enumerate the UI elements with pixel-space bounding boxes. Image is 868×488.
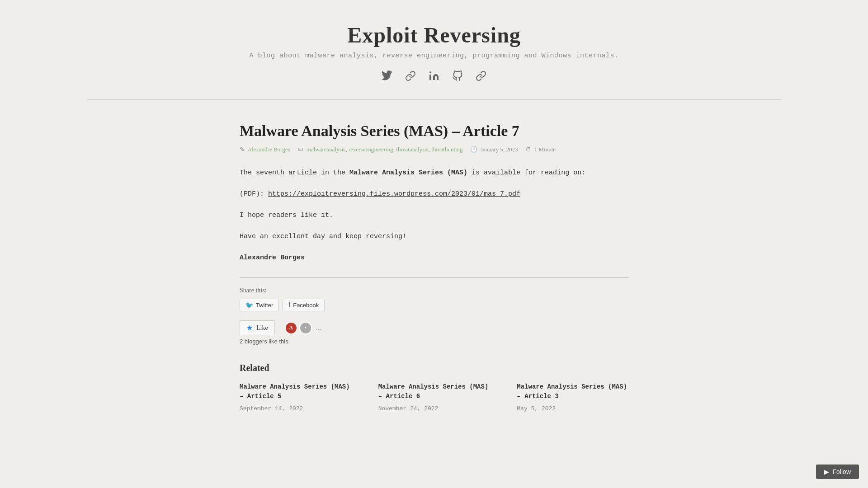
read-time: 1 Minute xyxy=(534,146,556,153)
related-post-2-title[interactable]: Malware Analysis Series (MAS) – Article … xyxy=(517,382,628,401)
follow-widget[interactable]: ▶ Follow xyxy=(816,465,859,479)
blogger-avatars: A • … xyxy=(285,322,321,334)
tag-threatanalysis[interactable]: threatanalysis xyxy=(396,146,428,153)
follow-icon: ▶ xyxy=(824,468,829,475)
related-section: Related Malware Analysis Series (MAS) – … xyxy=(240,363,628,412)
linkedin-icon xyxy=(429,70,439,81)
share-buttons: 🐦 Twitter f Facebook xyxy=(240,299,628,311)
mas-series-text: Malware Analysis Series (MAS) xyxy=(349,169,467,177)
site-title: Exploit Reversing xyxy=(9,23,859,47)
nav-icons xyxy=(9,70,859,90)
twitter-btn-icon: 🐦 xyxy=(245,301,253,309)
author-sig-text: Alexandre Borges xyxy=(240,254,305,262)
related-post-0: Malware Analysis Series (MAS) – Article … xyxy=(240,382,351,412)
like-star-icon: ★ xyxy=(246,324,253,332)
author-signature: Alexandre Borges xyxy=(240,252,628,264)
avatar-1: A xyxy=(285,322,297,334)
author-link[interactable]: Alexandre Borges xyxy=(248,146,290,153)
like-section: ★ Like A • … 2 bloggers like this. xyxy=(240,320,628,345)
pdf-label: (PDF): xyxy=(240,190,268,198)
post-meta: ✎ Alexandre Borges 🏷 malwareanalysis, re… xyxy=(240,146,628,153)
linkedin-nav-link[interactable] xyxy=(429,70,439,81)
avatar-2: • xyxy=(299,322,312,334)
tag-threathunting[interactable]: threathunting xyxy=(431,146,462,153)
related-post-2: Malware Analysis Series (MAS) – Article … xyxy=(517,382,628,412)
body-text-1: The seventh article in the xyxy=(240,169,349,177)
body-paragraph-pdf: (PDF): https://exploitreversing.files.wo… xyxy=(240,188,628,200)
twitter-share-button[interactable]: 🐦 Twitter xyxy=(240,299,279,311)
bloggers-count-text: 2 bloggers like this. xyxy=(240,338,628,345)
related-post-0-date: September 14, 2022 xyxy=(240,405,303,412)
header-divider xyxy=(87,99,781,100)
date-meta: 🕐 January 5, 2023 xyxy=(470,146,518,153)
time-icon: ⏱ xyxy=(525,146,531,153)
author-meta: ✎ Alexandre Borges xyxy=(240,146,290,153)
post-date: January 5, 2023 xyxy=(481,146,518,153)
tags-meta: 🏷 malwareanalysis, reverseengineering, t… xyxy=(297,146,463,153)
post-body: The seventh article in the Malware Analy… xyxy=(240,167,628,264)
twitter-btn-label: Twitter xyxy=(256,302,273,309)
facebook-btn-label: Facebook xyxy=(293,302,319,309)
link1-icon xyxy=(405,70,416,81)
related-post-1-title[interactable]: Malware Analysis Series (MAS) – Article … xyxy=(378,382,490,401)
site-description: A blog about malware analysis, reverse e… xyxy=(9,52,859,60)
pdf-url-link[interactable]: https://exploitreversing.files.wordpress… xyxy=(268,190,520,198)
github-icon xyxy=(452,70,463,81)
like-button[interactable]: ★ Like xyxy=(240,320,275,335)
more-indicator: … xyxy=(316,324,321,332)
related-post-1: Malware Analysis Series (MAS) – Article … xyxy=(378,382,490,412)
tag-icon: 🏷 xyxy=(297,146,303,153)
body-paragraph-1: The seventh article in the Malware Analy… xyxy=(240,167,628,179)
body-paragraph-4: Have an excellent day and keep reversing… xyxy=(240,230,628,243)
github-nav-link[interactable] xyxy=(452,70,463,81)
follow-label: Follow xyxy=(833,468,851,475)
related-title: Related xyxy=(240,363,628,373)
link2-icon xyxy=(476,70,486,81)
share-label: Share this: xyxy=(240,287,628,294)
facebook-share-button[interactable]: f Facebook xyxy=(283,299,325,311)
related-post-2-date: May 5, 2022 xyxy=(517,405,556,412)
related-posts: Malware Analysis Series (MAS) – Article … xyxy=(240,382,628,412)
tag-reverseengineering[interactable]: reverseengineering xyxy=(349,146,393,153)
related-post-0-title[interactable]: Malware Analysis Series (MAS) – Article … xyxy=(240,382,351,401)
related-post-1-date: November 24, 2022 xyxy=(378,405,439,412)
facebook-btn-icon: f xyxy=(288,301,290,309)
main-content: Malware Analysis Series (MAS) – Article … xyxy=(231,122,637,412)
post-title: Malware Analysis Series (MAS) – Article … xyxy=(240,122,628,140)
readtime-meta: ⏱ 1 Minute xyxy=(525,146,556,153)
twitter-icon xyxy=(382,70,392,81)
like-label: Like xyxy=(256,324,268,332)
site-header: Exploit Reversing A blog about malware a… xyxy=(0,0,868,99)
share-section: Share this: 🐦 Twitter f Facebook xyxy=(240,287,628,311)
link2-nav-link[interactable] xyxy=(476,70,486,81)
clock-icon: 🕐 xyxy=(470,146,477,153)
body-paragraph-3: I hope readers like it. xyxy=(240,209,628,221)
body-text-1-end: is available for reading on: xyxy=(467,169,585,177)
post-separator xyxy=(240,277,628,278)
svg-point-0 xyxy=(429,71,431,73)
author-icon: ✎ xyxy=(240,146,245,153)
link1-nav-link[interactable] xyxy=(405,70,416,81)
post-article: Malware Analysis Series (MAS) – Article … xyxy=(240,122,628,412)
twitter-nav-link[interactable] xyxy=(382,70,392,81)
tag-malwareanalysis[interactable]: malwareanalysis xyxy=(307,146,346,153)
